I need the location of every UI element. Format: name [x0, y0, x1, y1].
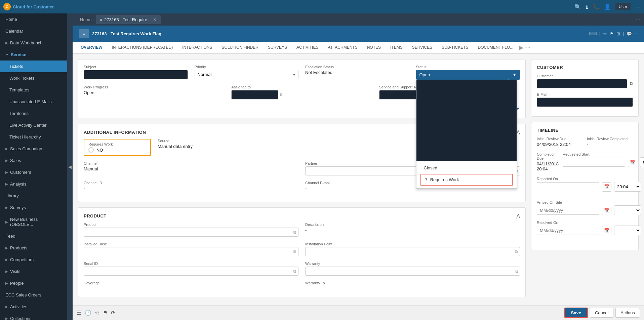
warranty-input[interactable]	[305, 267, 520, 276]
nav-tab-attachments[interactable]: ATTACHMENTS	[323, 42, 362, 54]
reported-on-calendar-icon[interactable]: 📅	[602, 182, 611, 192]
user-box[interactable]: User	[615, 3, 631, 10]
requested-start-time[interactable]: 00:00	[640, 157, 644, 167]
sidebar-item-live-activity[interactable]: Live Activity Center	[0, 119, 67, 131]
reported-on-time[interactable]: 20:04	[614, 182, 641, 192]
customer-input[interactable]	[537, 79, 627, 88]
share-icon[interactable]: ⟳	[111, 310, 115, 316]
resolved-on-calendar-icon[interactable]: 📅	[602, 226, 611, 235]
installed-base-input[interactable]	[84, 247, 298, 256]
sidebar-item-visits[interactable]: ▶ Visits	[0, 266, 67, 277]
arrived-onsite-date[interactable]	[537, 206, 599, 215]
installation-point-input[interactable]	[305, 247, 520, 256]
customer-lookup-icon[interactable]: ⧉	[630, 81, 633, 86]
tab-home[interactable]: Home	[76, 17, 96, 22]
nav-tab-sub-tickets[interactable]: SUB-TICKETS	[437, 42, 473, 54]
nav-tab-items[interactable]: ITEMS	[386, 42, 407, 54]
sidebar-item-ticket-hierarchy[interactable]: Ticket Hierarchy	[0, 131, 67, 143]
arrived-onsite-calendar-icon[interactable]: 📅	[602, 206, 611, 215]
serial-id-lookup-icon[interactable]: ⧉	[293, 269, 296, 274]
product-input[interactable]	[84, 228, 298, 237]
nav-tab-interactions[interactable]: INTERACTIONS	[177, 42, 217, 54]
resolved-on-date[interactable]	[537, 226, 599, 235]
priority-select[interactable]: Normal	[195, 70, 299, 79]
nav-tab-more-icon[interactable]: ▶	[519, 44, 523, 51]
flag-icon[interactable]: ⚑	[610, 31, 614, 36]
status-input[interactable]: Open	[416, 70, 510, 80]
nav-tab-activities[interactable]: ACTIVITIES	[292, 42, 323, 54]
sidebar-item-ecc-sales[interactable]: ECC Sales Orders	[0, 289, 67, 301]
reported-on-date[interactable]: 04/09/2018	[537, 182, 599, 191]
chat-icon[interactable]: 💬	[627, 31, 632, 36]
nav-tab-interactions-deprecated[interactable]: INTERACTIONS (DEPRECATED)	[107, 42, 177, 54]
product-collapse-icon[interactable]: ⋀	[516, 213, 520, 218]
sidebar-item-customers[interactable]: ▶ Customers	[0, 166, 67, 178]
resolved-on-time[interactable]	[614, 226, 641, 235]
installed-base-lookup-icon[interactable]: ⧉	[293, 249, 296, 254]
lookup-icon[interactable]: ⧉	[280, 92, 283, 97]
sidebar-item-collections[interactable]: ▶ Collections	[0, 313, 67, 320]
search-icon[interactable]: 🔍	[574, 4, 581, 10]
serial-id-input[interactable]	[84, 267, 298, 276]
nav-tab-notes[interactable]: NOTES	[362, 42, 386, 54]
actions-button[interactable]: Actions	[615, 308, 640, 318]
user-icon[interactable]: 👤	[604, 4, 611, 10]
tab-close-icon[interactable]: ✕	[153, 17, 157, 22]
sidebar-item-activities[interactable]: ▶ Activities	[0, 301, 67, 313]
phone-icon[interactable]: 📞	[593, 4, 599, 10]
product-lookup-icon[interactable]: ⧉	[293, 230, 296, 235]
cancel-button[interactable]: Cancel	[590, 308, 613, 318]
sidebar-item-work-tickets[interactable]: Work Tickets	[0, 72, 67, 84]
nav-tab-document-flow[interactable]: DOCUMENT FLO...	[473, 42, 518, 54]
sidebar-toggle[interactable]: ◀	[67, 13, 73, 320]
sidebar-item-new-business[interactable]: ▶ New Business (OBSOLE...	[0, 213, 67, 230]
sidebar-item-calendar[interactable]: Calendar	[0, 25, 67, 37]
nav-tab-solution-finder[interactable]: SOLUTION FINDER	[217, 42, 263, 54]
tab-ticket[interactable]: ≡ 273163 - Test Require... ✕	[96, 15, 161, 24]
sidebar-item-tickets[interactable]: Tickets	[0, 61, 67, 72]
hamburger-icon[interactable]: ☰	[77, 310, 81, 316]
warranty-lookup-icon[interactable]: ⧉	[515, 269, 518, 274]
status-dropdown-btn[interactable]: ▼	[509, 70, 520, 80]
more-icon[interactable]: ⋯	[635, 4, 641, 10]
flag-bottom-icon[interactable]: ⚑	[103, 310, 108, 316]
nav-dots[interactable]: ⋯	[526, 45, 530, 50]
assigned-to-input[interactable]	[231, 90, 278, 99]
subject-input[interactable]	[84, 70, 188, 79]
sidebar-item-templates[interactable]: Templates	[0, 84, 67, 96]
sidebar-item-unassoc-emails[interactable]: Unassociated E-Mails	[0, 96, 67, 108]
nav-tab-services[interactable]: SERVICES	[407, 42, 437, 54]
star-bottom-icon[interactable]: ☆	[95, 310, 99, 316]
requires-work-radio[interactable]	[88, 147, 94, 153]
arrived-onsite-time[interactable]	[614, 205, 641, 215]
requested-start-date[interactable]: 04/11/2018	[563, 158, 625, 167]
tab-more-icon[interactable]: ⋯	[635, 16, 641, 23]
sidebar-item-data-workbench[interactable]: ▶ Data Workbench	[0, 37, 67, 49]
sidebar-item-products[interactable]: ▶ Products	[0, 242, 67, 254]
installation-point-lookup-icon[interactable]: ⧉	[515, 249, 518, 254]
header-action-btn[interactable]	[589, 32, 597, 35]
save-button[interactable]: Save	[564, 308, 588, 318]
sidebar-item-analysis[interactable]: ▶ Analysis	[0, 178, 67, 190]
sidebar-item-service[interactable]: ▼ Service	[0, 49, 67, 61]
status-option-requires-work[interactable]: 7- Requires Work	[420, 174, 513, 186]
info-icon[interactable]: ℹ	[586, 4, 588, 10]
email-input[interactable]	[537, 97, 633, 107]
requested-start-calendar-icon[interactable]: 📅	[628, 158, 637, 167]
sidebar-item-sales[interactable]: ▶ Sales	[0, 155, 67, 166]
add-icon[interactable]: +	[635, 31, 637, 36]
nav-tab-surveys[interactable]: SURVEYS	[263, 42, 292, 54]
clock-icon[interactable]: 🕐	[85, 310, 91, 316]
sidebar-item-feed[interactable]: Feed	[0, 230, 67, 242]
sidebar-item-territories[interactable]: Territories	[0, 108, 67, 119]
collapse-icon[interactable]: ⋀	[516, 129, 520, 135]
sidebar-item-library[interactable]: Library	[0, 190, 67, 202]
sidebar-item-people[interactable]: ▶ People	[0, 277, 67, 289]
sidebar-item-surveys[interactable]: ▶ Surveys	[0, 202, 67, 213]
star-icon[interactable]: ☆	[603, 31, 607, 36]
sidebar-item-competitors[interactable]: ▶ Competitors	[0, 254, 67, 266]
sidebar-item-sales-campaign[interactable]: ▶ Sales Campaign	[0, 143, 67, 155]
status-option-closed[interactable]: Closed	[420, 163, 513, 173]
rss-icon[interactable]: ⊞	[616, 31, 620, 36]
nav-tab-overview[interactable]: OVERVIEW	[76, 42, 107, 54]
